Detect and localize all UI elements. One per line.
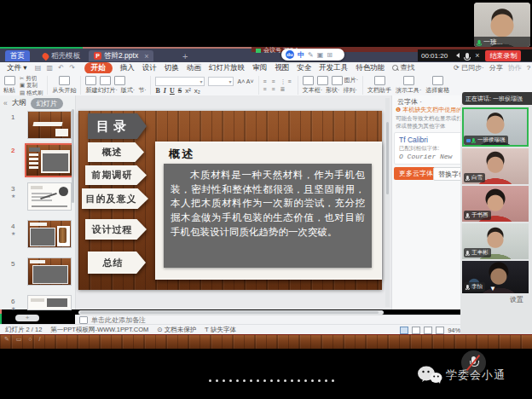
menu-view[interactable]: 视图 [275,63,289,73]
vertical-scrollbar[interactable] [385,98,390,307]
slide-thumbnail-1[interactable] [28,112,71,138]
subscript-button[interactable]: x₂ [194,87,200,95]
tab-close-icon[interactable]: × [144,52,148,61]
page-dot [209,379,211,382]
menu-animation[interactable]: 动画 [187,63,201,73]
layout-icon[interactable] [100,76,111,85]
panel-collapse-icon[interactable]: « [3,99,8,107]
menu-security[interactable]: 安全 [297,63,311,73]
menu-features[interactable]: 特色功能 [356,63,385,73]
underline-button[interactable]: U [170,87,175,95]
tab-slides[interactable]: 幻灯片 [31,98,63,109]
slide-thumbnail-4[interactable] [28,221,71,247]
collab-button[interactable]: 协作 [508,63,522,72]
toc-title-shape[interactable]: 目录 [88,113,147,139]
nav-overview[interactable]: 概述 [88,142,144,162]
nav-process[interactable]: 设计过程 [85,219,147,240]
menu-file[interactable]: 文件 ▾ [7,63,27,73]
textbox-icon[interactable] [303,76,314,85]
sync-status[interactable]: ⟳ 已同步· [454,63,484,72]
picture-button[interactable]: 图片· [332,76,358,85]
font-name-combobox[interactable]: ▾ [155,77,205,86]
protection-status[interactable]: ⊙ 文档未保护 [157,326,196,334]
doc-assistant-button[interactable]: 文档助手 [367,74,391,96]
slideshow-view-icon[interactable] [436,327,444,334]
textbox-label[interactable]: 文本框· [303,86,322,95]
menu-review[interactable]: 审阅 [252,63,267,73]
stop-recording-button[interactable]: 结束录制 [485,50,521,61]
quick-access-icons[interactable]: ▤ ▥ ↶ ↷ [35,64,77,72]
shape-icon[interactable] [317,76,328,85]
copy-button[interactable]: ▣ 复制 [20,82,43,89]
slide-thumbnail-6[interactable] [28,296,71,309]
menu-insert[interactable]: 插入 [120,63,135,73]
picture-icon [332,76,343,85]
menu-slideshow[interactable]: 幻灯片放映 [209,63,246,73]
animation-star-6: ★ [11,305,15,311]
help-button[interactable]: ? [527,64,530,72]
speaker-icon[interactable] [454,53,460,58]
slide-thumbnail-3[interactable] [28,183,71,210]
font-size-combobox[interactable]: ▾ [208,77,234,86]
settings-link[interactable]: 设置 [510,295,523,304]
recording-mic-icon[interactable] [466,53,469,59]
ime-toolbox-icon[interactable]: ▣ [317,51,324,59]
ime-brand-icon[interactable]: du [286,50,294,59]
add-slide-button[interactable]: + [15,315,39,321]
section-icon[interactable] [114,76,125,85]
menu-design[interactable]: 设计 [142,63,157,73]
slide-body-textbox[interactable]: 木质材料是一种天然材料，作为手机包装，密封性和整体性都很强，且坚固耐用，本人把木… [164,164,372,268]
nav-purpose[interactable]: 目的及意义 [82,188,148,209]
nav-summary[interactable]: 总结 [88,252,146,274]
strike-button[interactable]: S [178,87,182,95]
mic-icon [466,251,469,255]
slide-thumbnail-5[interactable] [28,258,71,285]
reading-view-icon[interactable] [424,327,432,334]
thumbnail-scrollbar[interactable] [72,109,74,203]
paste-button[interactable]: 粘贴 [3,74,15,96]
menu-transition[interactable]: 切换 [165,63,179,73]
participant-video-1[interactable]: 一班侯瑞强 [462,107,529,147]
participant-video-4[interactable]: 王丰彬 [462,223,529,259]
superscript-button[interactable]: x² [185,87,191,95]
menu-devtools[interactable]: 开发工具 [319,63,348,73]
slide-thumbnail-2-selected[interactable] [26,145,72,176]
cut-button[interactable]: ✂ 剪切 [20,75,43,82]
self-video-thumbnail[interactable]: 一班... [474,3,530,47]
tab-document[interactable]: P 答辩2.pptx × [89,50,153,61]
participant-video-3[interactable]: 于书画 [462,186,529,222]
missing-fonts-status[interactable]: Ƭ 缺失字体 [205,326,236,334]
new-slide-label[interactable]: 新建幻灯片· [85,86,117,95]
play-from-start-button[interactable]: 从头开始 [52,74,76,96]
ime-toolbar[interactable]: du 中 ✎ ▣ ⊞ [281,49,344,61]
slide-sorter-icon[interactable] [412,327,420,334]
ime-mode[interactable]: 中 [298,50,304,60]
find-button[interactable]: 查找 [392,63,414,73]
annotation-tools-icons[interactable]: ✎ ▭ ○ / [4,336,43,343]
scroll-down-arrow-icon[interactable]: ▼ [489,285,496,292]
slide-heading[interactable]: 概述 [169,147,194,162]
recording-close-icon[interactable]: × [475,51,479,60]
menu-start[interactable]: 开始 [84,62,113,74]
more-cloud-fonts-button[interactable]: 更多云字体 [394,167,438,180]
shape-label[interactable]: 形状· [326,86,339,95]
paragraph-tools[interactable]: ≡ ≡ ⋮≡≡ ≡ ≣ [263,74,293,96]
ime-grid-icon[interactable]: ⊞ [327,51,332,59]
section-label[interactable]: 节· [138,86,146,95]
ime-pen-icon[interactable]: ✎ [308,51,314,59]
italic-button[interactable]: I [164,87,166,95]
selection-pane-button[interactable]: 选择窗格 [425,74,449,96]
share-button[interactable]: 分享 [489,63,503,72]
tab-docer[interactable]: 稻壳模板 [38,50,85,61]
nav-research[interactable]: 前期调研 [85,165,147,185]
new-tab-button[interactable]: + [182,51,188,61]
arrange-label[interactable]: 排列· [343,86,356,95]
tab-outline[interactable]: 大纲 [12,98,26,108]
normal-view-icon[interactable] [400,327,408,334]
layout-label[interactable]: 版式· [121,86,135,95]
participant-video-2[interactable]: 白雪 [462,148,529,184]
bold-button[interactable]: B [155,87,159,95]
new-slide-icon[interactable] [85,76,96,85]
tab-home[interactable]: 首页 [5,50,30,61]
present-tools-button[interactable]: 演示工具· [396,74,421,96]
